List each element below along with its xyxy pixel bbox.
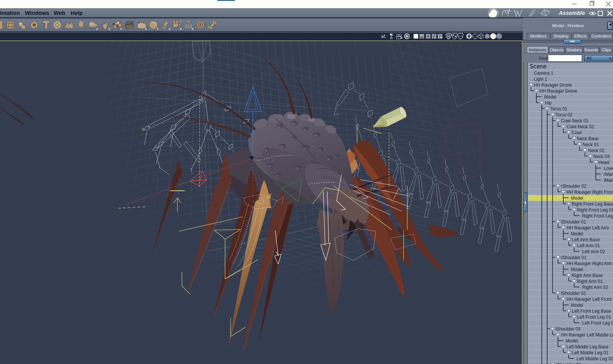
svg-text:u: u [142,127,144,131]
